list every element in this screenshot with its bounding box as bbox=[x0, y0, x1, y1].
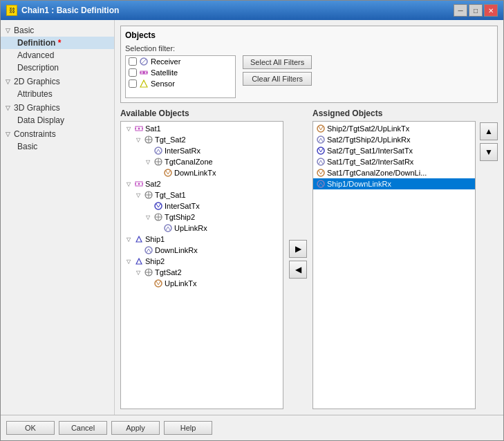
expand-downlinktx[interactable]: ▷ bbox=[153, 168, 162, 178]
sidebar-item-advanced[interactable]: Advanced bbox=[1, 49, 114, 62]
select-all-filters-button[interactable]: Select All Filters bbox=[243, 55, 312, 69]
sidebar-group-basic[interactable]: ▽ Basic bbox=[1, 24, 114, 37]
tree-item-downlinkrx[interactable]: ▷ DownLinkRx bbox=[121, 245, 283, 256]
move-down-button[interactable]: ▼ bbox=[480, 143, 498, 161]
move-up-button[interactable]: ▲ bbox=[480, 122, 498, 140]
expand-sat1[interactable]: ▽ bbox=[124, 124, 133, 133]
tree-item-sat1[interactable]: ▽ Sat1 bbox=[121, 123, 283, 134]
svg-marker-33 bbox=[136, 259, 142, 264]
sidebar-section-3d: ▽ 3D Graphics Data Display bbox=[1, 102, 114, 126]
cancel-button[interactable]: Cancel bbox=[59, 421, 107, 435]
tree-item-tgt-sat1[interactable]: ▽ Tgt_Sat1 bbox=[121, 189, 283, 200]
tgt-sat2-label: Tgt_Sat2 bbox=[155, 135, 186, 144]
move-right-button[interactable]: ▶ bbox=[289, 240, 307, 258]
tree-item-uplinktx[interactable]: ▷ UpLinkTx bbox=[121, 278, 283, 289]
expand-tgt-sat1[interactable]: ▽ bbox=[133, 190, 143, 200]
tree-item-intersattx[interactable]: ▷ InterSatTx bbox=[121, 200, 283, 212]
expand-tgtcanalzone[interactable]: ▽ bbox=[143, 157, 153, 167]
uplinkrx-label: UpLinkRx bbox=[174, 224, 207, 232]
expand-uplinkrx[interactable]: ▷ bbox=[153, 223, 162, 233]
filter-checkbox-satellite[interactable] bbox=[129, 68, 137, 77]
help-button[interactable]: Help bbox=[164, 421, 212, 435]
filter-checkbox-receiver[interactable] bbox=[129, 57, 137, 66]
expand-intersatrx[interactable]: ▷ bbox=[143, 146, 153, 156]
ok-button[interactable]: OK bbox=[6, 421, 55, 435]
expand-tgt-sat2[interactable]: ▽ bbox=[133, 135, 143, 144]
sidebar-group-constraints[interactable]: ▽ Constraints bbox=[1, 128, 114, 140]
expand-tgtship2[interactable]: ▽ bbox=[143, 212, 153, 222]
filter-checkbox-sensor[interactable] bbox=[129, 79, 137, 88]
footer: OK Cancel Apply Help bbox=[1, 415, 503, 440]
assigned-item-3[interactable]: Sat1/Tgt_Sat2/InterSatRx bbox=[313, 156, 475, 167]
svg-point-18 bbox=[165, 169, 171, 176]
main-panel: Objects Selection filter: Receiver bbox=[115, 20, 503, 415]
assigned-item-5[interactable]: Ship1/DownLinkRx bbox=[313, 178, 475, 189]
expand-sat2[interactable]: ▽ bbox=[124, 179, 133, 189]
minimize-button[interactable]: ─ bbox=[454, 4, 467, 17]
assigned-icon-3 bbox=[316, 157, 326, 167]
apply-button[interactable]: Apply bbox=[111, 421, 160, 435]
clear-all-filters-button[interactable]: Clear All Filters bbox=[243, 72, 312, 86]
assigned-panel: Assigned Objects Ship2/TgtSat2/UpLinkTx … bbox=[312, 109, 476, 409]
tree-item-uplinkrx[interactable]: ▷ UpLinkRx bbox=[121, 223, 283, 234]
tree-item-intersatrx[interactable]: ▷ InterSatRx bbox=[121, 145, 283, 156]
filter-group: Selection filter: Receiver bbox=[125, 44, 236, 98]
svg-point-22 bbox=[138, 183, 140, 185]
assigned-label-1: Sat2/TgtShip2/UpLinkRx bbox=[327, 135, 410, 144]
assigned-item-2[interactable]: Sat2/Tgt_Sat1/InterSatTx bbox=[313, 145, 475, 156]
tree-item-tgtship2[interactable]: ▽ TgtShip2 bbox=[121, 212, 283, 223]
sidebar-item-definition-label: Definition * bbox=[17, 38, 61, 48]
assigned-item-1[interactable]: Sat2/TgtShip2/UpLinkRx bbox=[313, 134, 475, 145]
tree-item-tgt-sat2[interactable]: ▽ Tgt_Sat2 bbox=[121, 134, 283, 145]
svg-point-26 bbox=[155, 203, 162, 209]
assigned-item-0[interactable]: Ship2/TgtSat2/UpLinkTx bbox=[313, 123, 475, 134]
move-left-button[interactable]: ◀ bbox=[289, 261, 307, 279]
sidebar-item-data-display[interactable]: Data Display bbox=[1, 114, 114, 126]
downlinkrx-icon bbox=[144, 245, 153, 255]
tree-item-ship2[interactable]: ▽ Ship2 bbox=[121, 256, 283, 267]
assigned-list[interactable]: Ship2/TgtSat2/UpLinkTx Sat2/TgtShip2/UpL… bbox=[312, 121, 476, 409]
sidebar-item-constraints-basic[interactable]: Basic bbox=[1, 140, 114, 153]
svg-point-38 bbox=[317, 125, 324, 132]
close-button[interactable]: ✕ bbox=[484, 4, 498, 17]
selection-filter: Selection filter: Receiver bbox=[125, 44, 493, 98]
ship1-icon bbox=[134, 234, 144, 244]
sidebar-item-description-label: Description bbox=[17, 63, 59, 73]
sidebar-item-description[interactable]: Description bbox=[1, 62, 114, 74]
available-tree[interactable]: ▽ Sat1 ▽ Tgt_Sat2 bbox=[120, 121, 283, 409]
expand-ship1[interactable]: ▽ bbox=[124, 234, 133, 244]
sidebar-item-advanced-label: Advanced bbox=[17, 50, 54, 60]
sidebar-group-3d-label: 3D Graphics bbox=[14, 103, 60, 113]
filter-list[interactable]: Receiver Satellite bbox=[125, 55, 236, 98]
svg-point-14 bbox=[155, 147, 162, 154]
svg-point-42 bbox=[317, 169, 324, 176]
tree-item-tgtsat2[interactable]: ▽ TgtSat2 bbox=[121, 267, 283, 278]
sidebar-item-attributes[interactable]: Attributes bbox=[1, 88, 114, 100]
sidebar: ▽ Basic Definition * Advanced Descriptio… bbox=[1, 20, 115, 415]
tree-item-tgtcanalzone[interactable]: ▽ TgtCanalZone bbox=[121, 156, 283, 167]
svg-marker-31 bbox=[136, 236, 142, 242]
assigned-item-4[interactable]: Sat1/TgtCanalZone/DownLi... bbox=[313, 167, 475, 178]
maximize-button[interactable]: □ bbox=[469, 4, 483, 17]
svg-line-1 bbox=[142, 59, 146, 64]
expand-intersattx[interactable]: ▷ bbox=[143, 201, 153, 211]
expand-uplinktx[interactable]: ▷ bbox=[143, 279, 153, 288]
tree-item-sat2[interactable]: ▽ Sat2 bbox=[121, 178, 283, 189]
sidebar-group-2d[interactable]: ▽ 2D Graphics bbox=[1, 75, 114, 88]
sidebar-group-constraints-label: Constraints bbox=[14, 129, 56, 139]
side-buttons: ▲ ▼ bbox=[480, 109, 498, 409]
expand-tgtsat2[interactable]: ▽ bbox=[133, 268, 143, 277]
title-buttons: ─ □ ✕ bbox=[454, 4, 498, 17]
assigned-label-3: Sat1/Tgt_Sat2/InterSatRx bbox=[327, 158, 413, 166]
sidebar-item-definition[interactable]: Definition * bbox=[1, 37, 114, 49]
svg-point-32 bbox=[145, 247, 152, 254]
tree-item-downlinktx[interactable]: ▷ DownLinkTx bbox=[121, 167, 283, 178]
tgtcanalzone-label: TgtCanalZone bbox=[165, 158, 213, 166]
expand-icon-basic: ▽ bbox=[3, 26, 12, 35]
assigned-title: Assigned Objects bbox=[312, 109, 476, 118]
tree-item-ship1[interactable]: ▽ Ship1 bbox=[121, 234, 283, 245]
svg-point-5 bbox=[142, 71, 145, 74]
expand-downlinkrx[interactable]: ▷ bbox=[133, 245, 143, 255]
expand-ship2[interactable]: ▽ bbox=[124, 256, 133, 266]
sidebar-group-3d[interactable]: ▽ 3D Graphics bbox=[1, 102, 114, 114]
